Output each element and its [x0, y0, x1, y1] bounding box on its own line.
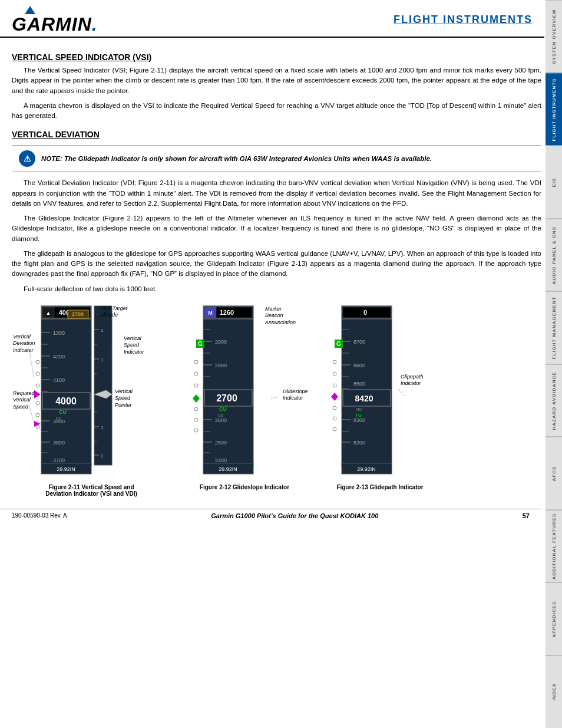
svg-point-88: [194, 384, 198, 387]
svg-rect-94: [342, 306, 392, 465]
svg-point-48: [36, 401, 39, 405]
tab-eis[interactable]: EIS: [546, 146, 562, 219]
svg-point-124: [333, 406, 336, 410]
svg-point-90: [194, 407, 198, 411]
svg-text:4000: 4000: [55, 396, 77, 406]
svg-text:8300: 8300: [353, 417, 365, 423]
svg-text:29.92IN: 29.92IN: [57, 466, 75, 472]
logo-triangle: [25, 6, 35, 14]
footer-guide-title: Garmin G1000 Pilot’s Guide for the Quest…: [211, 512, 378, 519]
svg-text:2: 2: [101, 328, 104, 333]
svg-text:2900: 2900: [215, 339, 227, 345]
svg-text:2: 2: [101, 453, 104, 459]
vd-section-title: VERTICAL DEVIATION: [12, 130, 541, 139]
svg-rect-58: [203, 306, 253, 465]
svg-point-46: [36, 372, 39, 375]
vsi-section-title: VERTICAL SPEED INDICATOR (VSI): [12, 52, 541, 62]
tab-flight-management[interactable]: FLIGHT MANAGEMENT: [546, 291, 562, 364]
note-box: ⚠ NOTE: The Glidepath Indicator is only …: [12, 145, 541, 172]
svg-point-91: [194, 418, 198, 421]
svg-line-93: [271, 397, 277, 398]
header-title: FLIGHT INSTRUMENTS: [394, 14, 533, 26]
figure-2-11-svg: 4000 ▲ 2700 1300 4200 4100: [12, 303, 171, 480]
svg-point-122: [333, 384, 336, 387]
tab-appendices[interactable]: APPENDICES: [546, 582, 562, 655]
svg-text:4200: 4200: [53, 354, 65, 360]
svg-marker-44: [34, 390, 41, 398]
svg-point-121: [333, 372, 336, 375]
svg-text:1: 1: [101, 357, 104, 363]
svg-marker-51: [34, 421, 41, 427]
fig13-caption: Figure 2-13 Glidepath Indicator: [318, 484, 442, 490]
fig11-caption: Figure 2-11 Vertical Speed and Deviation…: [12, 484, 171, 497]
svg-text:2500: 2500: [215, 440, 227, 446]
note-icon: ⚠: [19, 150, 35, 167]
right-sidebar: SYSTEM OVERVIEW FLIGHT INSTRUMENTS EIS A…: [546, 0, 562, 728]
main-content: VERTICAL SPEED INDICATOR (VSI) The Verti…: [12, 38, 541, 503]
svg-text:2600: 2600: [215, 417, 227, 423]
tab-afcs[interactable]: AFCS: [546, 437, 562, 510]
svg-text:29.92IN: 29.92IN: [219, 466, 237, 472]
note-text: NOTE: The Glidepath Indicator is only sh…: [41, 154, 432, 163]
svg-text:8600: 8600: [353, 363, 365, 368]
svg-marker-89: [193, 394, 200, 403]
figure-2-13-wrapper: GlipepathIndicator 0 8700 8600 8500: [318, 303, 442, 490]
svg-text:1260: 1260: [220, 309, 234, 316]
svg-text:8200: 8200: [353, 440, 365, 446]
svg-text:8700: 8700: [353, 339, 365, 345]
svg-text:3800: 3800: [53, 440, 65, 446]
svg-text:CU: CU: [59, 409, 67, 415]
svg-point-120: [333, 360, 336, 364]
figure-2-11-wrapper: VerticalDeviationIndicator RequiredVerti…: [12, 303, 171, 497]
svg-rect-0: [41, 306, 91, 465]
svg-text:G: G: [336, 341, 341, 347]
svg-text:0: 0: [363, 309, 367, 316]
tab-additional-features[interactable]: ADDITIONAL FEATURES: [546, 510, 562, 583]
vd-paragraph-1: The Vertical Deviation Indicator (VDI; F…: [12, 178, 541, 209]
svg-text:4100: 4100: [53, 377, 65, 383]
vd-paragraph-2: The Glideslope Indicator (Figure 2-12) a…: [12, 213, 541, 244]
svg-point-47: [36, 384, 39, 387]
footer-page-number: 57: [523, 512, 530, 519]
garmin-logo: GARMIN.: [12, 6, 98, 34]
svg-point-87: [194, 372, 198, 375]
svg-point-86: [194, 360, 198, 364]
svg-text:1: 1: [101, 425, 104, 430]
tab-flight-instruments[interactable]: FLIGHT INSTRUMENTS: [546, 73, 562, 146]
svg-text:29.92IN: 29.92IN: [357, 466, 376, 472]
svg-text:M: M: [208, 310, 213, 316]
vsi-paragraph-1: The Vertical Speed Indicator (VSI; Figur…: [12, 65, 541, 96]
svg-text:8420: 8420: [355, 394, 373, 403]
fig12-caption: Figure 2-12 Glideslope Indicator: [180, 484, 309, 490]
svg-point-49: [36, 413, 39, 417]
figure-2-13-svg: 0 8700 8600 8500 8420 00 8300: [318, 303, 442, 480]
svg-text:TU: TU: [355, 413, 362, 418]
svg-text:2400: 2400: [215, 457, 227, 463]
tab-hazard-avoidance[interactable]: HAZARD AVOIDANCE: [546, 364, 562, 437]
svg-point-125: [333, 417, 336, 420]
page-header: GARMIN. FLIGHT INSTRUMENTS: [0, 0, 544, 38]
tab-index[interactable]: INDEX: [546, 655, 562, 729]
vsi-paragraph-2: A magenta chevron is displayed on the VS…: [12, 101, 541, 121]
svg-text:3700: 3700: [53, 457, 65, 463]
svg-text:2700: 2700: [216, 393, 237, 403]
svg-line-57: [29, 406, 34, 422]
figure-2-12-svg: 1260 M 2900 2800 2700 CU 2600: [180, 303, 309, 480]
page-footer: 190-00590-03 Rev. A Garmin G1000 Pilot’s…: [0, 509, 541, 522]
full-scale-text: Full-scale deflection of two dots is 100…: [12, 284, 541, 294]
svg-point-126: [333, 427, 336, 431]
svg-text:00: 00: [356, 407, 362, 412]
svg-text:00: 00: [218, 413, 223, 418]
svg-line-127: [398, 388, 405, 397]
tab-audio-panel[interactable]: AUDIO PANEL & CNS: [546, 219, 562, 292]
svg-text:▲: ▲: [46, 310, 51, 316]
svg-point-92: [194, 429, 198, 432]
svg-text:8500: 8500: [353, 381, 365, 387]
svg-text:1300: 1300: [53, 330, 65, 336]
figure-2-12-wrapper: MarkerBeaconAnnunciation GlideslopeIndic…: [180, 303, 309, 490]
svg-text:2700: 2700: [72, 311, 84, 317]
svg-point-45: [36, 360, 39, 364]
vd-paragraph-3: The glidepath is analogous to the glides…: [12, 249, 541, 279]
svg-text:2800: 2800: [215, 363, 227, 368]
tab-system-overview[interactable]: SYSTEM OVERVIEW: [546, 0, 562, 73]
